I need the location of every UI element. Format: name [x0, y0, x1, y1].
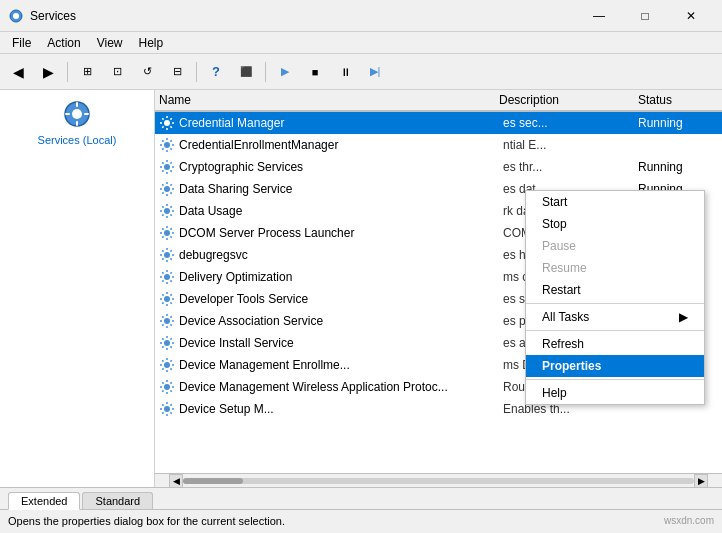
ctx-all-tasks[interactable]: All Tasks ▶	[526, 306, 704, 328]
scroll-right-btn[interactable]: ▶	[694, 474, 708, 488]
svg-point-15	[164, 274, 170, 280]
service-name: Device Install Service	[179, 336, 503, 350]
toolbar-sep-3	[265, 62, 266, 82]
service-name: Data Usage	[179, 204, 503, 218]
table-row[interactable]: CredentialEnrollmentManager ntial E...	[155, 134, 722, 156]
service-name: Device Setup M...	[179, 402, 503, 416]
service-name: DCOM Server Process Launcher	[179, 226, 503, 240]
service-name: Device Association Service	[179, 314, 503, 328]
service-icon	[159, 247, 175, 263]
service-name: Device Management Enrollme...	[179, 358, 503, 372]
menu-action[interactable]: Action	[39, 34, 88, 52]
service-icon	[159, 137, 175, 153]
menu-help[interactable]: Help	[131, 34, 172, 52]
service-icon	[159, 181, 175, 197]
toolbar-btn-4[interactable]: ⊟	[163, 58, 191, 86]
svg-point-14	[164, 252, 170, 258]
ctx-resume: Resume	[526, 257, 704, 279]
service-name: Delivery Optimization	[179, 270, 503, 284]
scroll-thumb[interactable]	[183, 478, 243, 484]
service-status: Running	[638, 116, 718, 130]
status-text: Opens the properties dialog box for the …	[8, 515, 285, 527]
service-icon	[159, 379, 175, 395]
svg-point-9	[164, 142, 170, 148]
service-desc: es sec...	[503, 116, 638, 130]
pause-button[interactable]: ⏸	[331, 58, 359, 86]
service-desc: ntial E...	[503, 138, 638, 152]
service-icon	[159, 225, 175, 241]
toolbar-btn-3[interactable]: ↺	[133, 58, 161, 86]
scroll-left-btn[interactable]: ◀	[169, 474, 183, 488]
title-bar: Services — □ ✕	[0, 0, 722, 32]
ctx-refresh[interactable]: Refresh	[526, 333, 704, 355]
ctx-sep-1	[526, 303, 704, 304]
minimize-button[interactable]: —	[576, 0, 622, 32]
col-header-desc[interactable]: Description	[499, 93, 638, 107]
scroll-track	[183, 478, 694, 484]
sidebar-icon	[61, 98, 93, 130]
service-icon	[159, 203, 175, 219]
toolbar: ◀ ▶ ⊞ ⊡ ↺ ⊟ ? ⬛ ▶ ■ ⏸ ▶|	[0, 54, 722, 90]
toolbar-sep-2	[196, 62, 197, 82]
svg-rect-5	[76, 121, 78, 126]
service-icon	[159, 401, 175, 417]
svg-point-12	[164, 208, 170, 214]
ctx-properties[interactable]: Properties	[526, 355, 704, 377]
back-button[interactable]: ◀	[4, 58, 32, 86]
svg-rect-6	[65, 113, 70, 115]
toolbar-btn-2[interactable]: ⊡	[103, 58, 131, 86]
resume-button[interactable]: ▶|	[361, 58, 389, 86]
svg-point-17	[164, 318, 170, 324]
ctx-stop[interactable]: Stop	[526, 213, 704, 235]
table-row[interactable]: Credential Manager es sec... Running	[155, 112, 722, 134]
svg-point-13	[164, 230, 170, 236]
service-name: debugregsvc	[179, 248, 503, 262]
table-header: Name Description Status	[155, 90, 722, 112]
tab-standard[interactable]: Standard	[82, 492, 153, 509]
svg-point-19	[164, 362, 170, 368]
service-name: Credential Manager	[179, 116, 503, 130]
service-name: Data Sharing Service	[179, 182, 503, 196]
svg-point-10	[164, 164, 170, 170]
sidebar-label[interactable]: Services (Local)	[38, 134, 117, 146]
service-icon	[159, 115, 175, 131]
svg-point-11	[164, 186, 170, 192]
toolbar-btn-5[interactable]: ⬛	[232, 58, 260, 86]
play-button[interactable]: ▶	[271, 58, 299, 86]
menu-bar: File Action View Help	[0, 32, 722, 54]
ctx-restart[interactable]: Restart	[526, 279, 704, 301]
ctx-start[interactable]: Start	[526, 191, 704, 213]
toolbar-btn-1[interactable]: ⊞	[73, 58, 101, 86]
col-header-status[interactable]: Status	[638, 93, 718, 107]
svg-point-21	[164, 406, 170, 412]
service-icon	[159, 291, 175, 307]
table-row[interactable]: Cryptographic Services es thr... Running	[155, 156, 722, 178]
forward-button[interactable]: ▶	[34, 58, 62, 86]
list-area: Name Description Status Credential Manag…	[155, 90, 722, 487]
service-icon	[159, 313, 175, 329]
svg-rect-7	[84, 113, 89, 115]
service-name: CredentialEnrollmentManager	[179, 138, 503, 152]
watermark: wsxdn.com	[664, 515, 714, 526]
horizontal-scrollbar[interactable]: ◀ ▶	[155, 473, 722, 487]
menu-file[interactable]: File	[4, 34, 39, 52]
window-title: Services	[30, 9, 576, 23]
service-icon	[159, 335, 175, 351]
stop-button[interactable]: ■	[301, 58, 329, 86]
service-desc: es thr...	[503, 160, 638, 174]
ctx-help[interactable]: Help	[526, 382, 704, 404]
ctx-sep-2	[526, 330, 704, 331]
service-icon	[159, 357, 175, 373]
tabs-bar: Extended Standard	[0, 487, 722, 509]
menu-view[interactable]: View	[89, 34, 131, 52]
service-name: Developer Tools Service	[179, 292, 503, 306]
svg-point-18	[164, 340, 170, 346]
maximize-button[interactable]: □	[622, 0, 668, 32]
tab-extended[interactable]: Extended	[8, 492, 80, 510]
close-button[interactable]: ✕	[668, 0, 714, 32]
service-icon	[159, 269, 175, 285]
col-header-name[interactable]: Name	[159, 93, 499, 107]
service-icon	[159, 159, 175, 175]
help-button[interactable]: ?	[202, 58, 230, 86]
toolbar-sep-1	[67, 62, 68, 82]
